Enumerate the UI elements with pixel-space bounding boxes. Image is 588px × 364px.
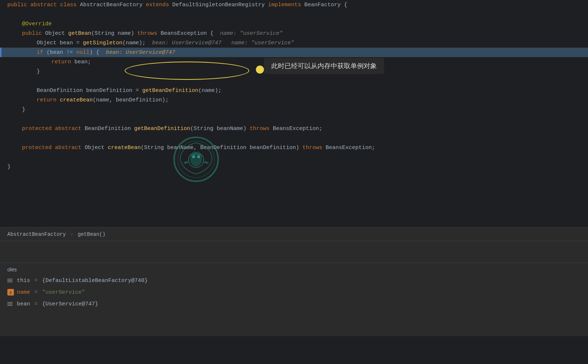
code-line: public Object getBean(String name) throw… [0,29,588,38]
code-line [0,10,588,19]
var-equals: = [34,278,38,284]
panel-separator [0,241,588,263]
var-row: this = {DefaultListableBeanFactory@740} [0,275,588,286]
var-name: this [17,278,30,284]
var-icon-p: p [7,289,14,296]
var-equals: = [34,301,38,307]
var-name: name [17,289,30,296]
var-value: {DefaultListableBeanFactory@740} [42,278,148,284]
breadcrumb-method: getBean() [78,231,106,237]
code-line: } [0,162,588,171]
svg-point-3 [197,155,200,158]
var-row: bean = {UserService@747} [0,298,588,310]
var-value: "userService" [42,289,85,296]
code-editor: public abstract class AbstractBeanFactor… [0,0,588,227]
code-line: BeanDefinition beanDefinition = getBeanD… [0,86,588,95]
svg-point-2 [192,155,195,158]
code-line: protected abstract Object createBean(Str… [0,143,588,152]
breadcrumb-separator: › [70,231,73,237]
variables-panel: oles this = {DefaultListableBeanFactory@… [0,263,588,336]
code-line: @Override [0,19,588,29]
code-line: public abstract class AbstractBeanFactor… [0,0,588,10]
code-line: } [0,105,588,114]
code-line [0,152,588,162]
breadcrumb-class: AbstractBeanFactory [7,231,66,237]
var-name: bean [17,301,30,307]
var-row: p name = "userService" [0,286,588,298]
callout-box: 此时已经可以从内存中获取单例对象 [264,58,384,74]
code-line: if (bean != null) { bean: UserService@74… [0,48,588,57]
code-line [0,76,588,86]
code-line [0,133,588,143]
var-value: {UserService@747} [42,301,98,307]
var-icon-lines [7,279,14,282]
breadcrumb-bar: AbstractBeanFactory › getBean() [0,227,588,241]
code-line: Object bean = getSingleton(name); bean: … [0,38,588,48]
code-line: protected abstract BeanDefinition getBea… [0,124,588,133]
panel-label: oles [0,263,588,275]
var-equals: = [34,289,38,296]
code-line [0,114,588,124]
code-line: return createBean(name, beanDefinition); [0,95,588,105]
callout-text: 此时已经可以从内存中获取单例对象 [271,62,377,70]
callout-dot [256,66,264,74]
var-icon-lines [7,302,14,306]
logo-watermark [172,135,220,183]
